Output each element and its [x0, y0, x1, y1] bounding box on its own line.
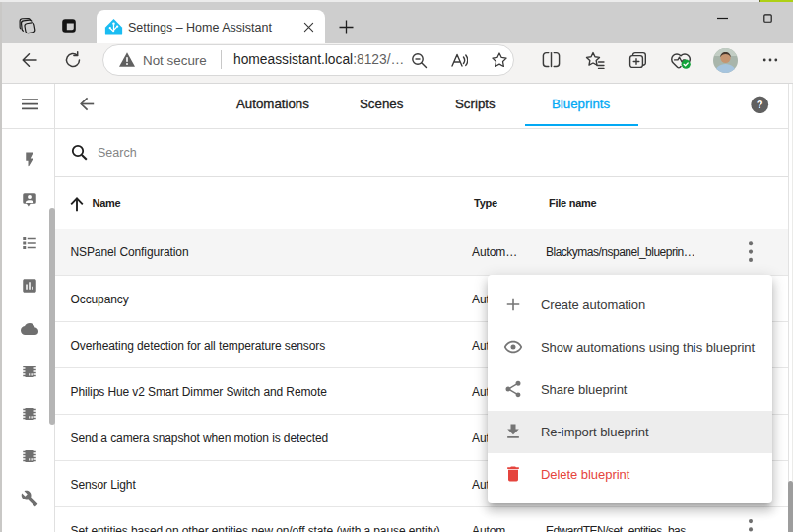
svg-text:?: ?: [757, 99, 763, 110]
